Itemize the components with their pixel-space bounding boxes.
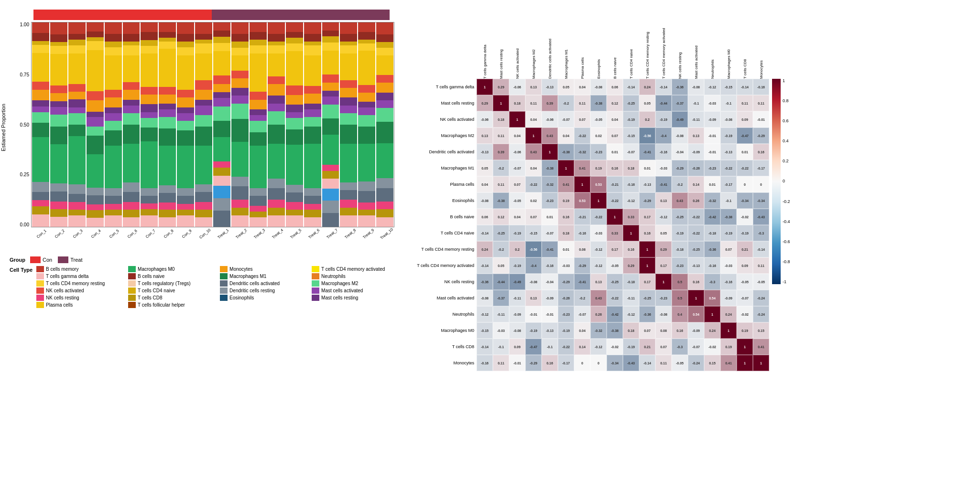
bar-segment	[123, 100, 140, 106]
bar-Treat_10	[376, 22, 393, 227]
heatmap-cell: -0.02	[737, 209, 753, 225]
heatmap-cell: -0.19	[737, 225, 753, 241]
heatmap-cell: -0.05	[672, 355, 688, 371]
bar-segment	[68, 210, 86, 215]
con-label: Con	[43, 257, 52, 263]
heatmap-cell: 0.04	[525, 111, 542, 128]
heatmap-cell: -0.01	[509, 355, 525, 371]
bar-segment	[105, 146, 122, 188]
bar-segment	[195, 192, 212, 202]
legend-item-t-cells-cd4-memory-activated: T cells CD4 memory activated	[312, 266, 403, 272]
bar-segment	[50, 192, 67, 202]
heatmap-cell: -0.36	[672, 79, 688, 95]
heatmap-cell: -0.08	[477, 290, 493, 306]
heatmap-cell: 0.21	[639, 339, 655, 355]
cell-type-name: T cells CD4 memory resting	[46, 281, 105, 286]
bar-segment	[358, 85, 375, 93]
bar-segment	[304, 22, 321, 34]
colorbar: 10.80.60.40.20-0.2-0.4-0.6-0.8-1	[772, 79, 790, 284]
heatmap-cell: -0.23	[672, 257, 688, 274]
bar-segment	[141, 209, 158, 215]
heatmap-cell: 1	[493, 95, 509, 111]
bar-segment	[231, 186, 249, 200]
bar-segment	[177, 210, 194, 215]
heatmap-cell: -0.13	[477, 144, 493, 160]
bar-segment	[358, 40, 375, 43]
heatmap-cell: -0.13	[542, 79, 558, 95]
heatmap-cell: -0.1	[720, 95, 737, 111]
y-tick-100: 1.00	[20, 22, 29, 27]
heatmap-cell: -0.07	[542, 225, 558, 241]
bar-segment	[304, 210, 321, 217]
bar-segment	[159, 117, 176, 128]
bar-segment	[32, 82, 49, 90]
col-label: T cells CD4 naive	[623, 10, 639, 79]
bar-Con_5	[105, 22, 122, 227]
heatmap-cell: -0.14	[753, 241, 769, 257]
bar-segment	[286, 43, 303, 51]
bar-segment	[268, 34, 285, 42]
bar-segment	[87, 218, 104, 227]
colorbar-label: 0.8	[783, 99, 790, 103]
bar-segment	[141, 118, 158, 128]
bar-segment	[105, 210, 122, 215]
heatmap-cell: -0.14	[639, 355, 655, 371]
y-tick-0: 0.00	[20, 222, 29, 227]
bar-segment	[340, 106, 357, 113]
colorbar-label: 1	[783, 79, 790, 83]
heatmap-cell: -0.29	[672, 160, 688, 176]
bar-segment	[159, 38, 176, 42]
heatmap-cell: -0.11	[688, 111, 704, 128]
bar-segment	[376, 75, 393, 83]
bar-segment	[68, 136, 86, 184]
heatmap-cell: -0.49	[672, 111, 688, 128]
bar-segment	[231, 88, 249, 96]
heatmap-cell: 0.19	[590, 160, 607, 176]
row-label: NK cells resting	[399, 274, 477, 290]
bar-segment	[340, 45, 357, 53]
heatmap-cell: -0.23	[590, 144, 607, 160]
bar-segment	[268, 188, 285, 200]
heatmap-cell: 0.5	[672, 290, 688, 306]
col-label: Macrophages M0	[720, 10, 737, 79]
cell-type-label: Cell Type	[10, 267, 33, 273]
heatmap-cell: -0.16	[477, 355, 493, 371]
heatmap-cell: -0.01	[704, 144, 720, 160]
heatmap-cell: -0.44	[655, 95, 672, 111]
bar-segment	[141, 203, 158, 209]
bar-segment	[177, 90, 194, 97]
bar-segment	[87, 117, 104, 126]
bar-segment	[250, 45, 267, 53]
heatmap-cell: -0.47	[737, 128, 753, 144]
bar-segment	[340, 200, 357, 207]
bar-segment	[141, 22, 158, 32]
heatmap-cell: 0.17	[655, 257, 672, 274]
bar-segment	[68, 107, 86, 113]
heatmap-cell: 0.13	[688, 128, 704, 144]
heatmap-cell: 0.06	[607, 79, 623, 95]
cell-type-swatch	[36, 302, 44, 308]
heatmap-cell: -0.34	[607, 355, 623, 371]
bar-segment	[50, 107, 67, 115]
heatmap-cell: 0.07	[509, 176, 525, 192]
bar-segment	[32, 53, 49, 82]
heatmap-cell: 0.39	[542, 95, 558, 111]
bar-segment	[177, 113, 194, 121]
bar-segment	[68, 22, 86, 34]
heatmap-cell: -0.05	[509, 192, 525, 209]
heatmap-cell: 0.2	[639, 111, 655, 128]
heatmap-cell: -0.19	[655, 111, 672, 128]
bar-segment	[87, 100, 104, 111]
group-legend-label: Group	[10, 257, 25, 263]
col-label: Eosinophils	[590, 10, 607, 79]
legend-area: Group Con Treat Cell Type B cells memory…	[10, 256, 394, 308]
heatmap-cell: 0.43	[542, 128, 558, 144]
bar-segment	[286, 105, 303, 112]
heatmap-cell: -0.36	[639, 306, 655, 322]
heatmap-cell: -0.18	[704, 225, 720, 241]
cell-type-name: T cells CD4 naive	[138, 288, 175, 293]
bar-segment	[141, 128, 158, 141]
cell-type-swatch	[128, 273, 136, 279]
heatmap-cell: -0.24	[753, 306, 769, 322]
bar-segment	[358, 115, 375, 127]
